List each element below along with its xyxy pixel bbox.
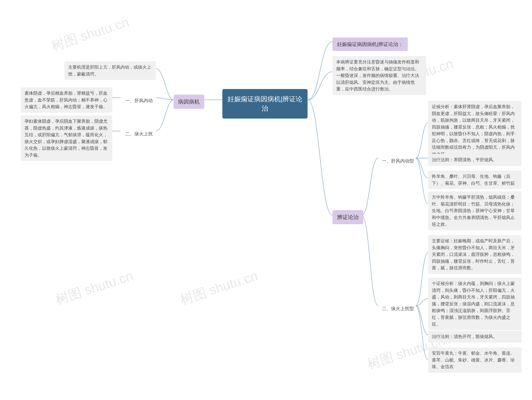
type-2-block-3: 安宫牛黄丸：牛黄、郁金、水牛角、黄连、黄芩、山栀、朱砂、雄黄、冰片、麝香、珍珠、… [428, 347, 522, 373]
type-1-block-0: 证候分析：素体肝肾阴虚，孕后血聚养胎，阴血更虚，肝阳益亢，故头痛眩晕；肝风内动，… [428, 101, 522, 160]
branch-differentiation[interactable]: 辨证论治 [332, 210, 363, 224]
root-node[interactable]: 妊娠痫证病因病机|辨证论治 [222, 89, 308, 119]
type-2-block-1: 十证候分析：痰火内蕴，则胸闷；痰火上蒙清窍，则头痛，昏仆不知人；肝阳偏亢，火盛，… [428, 278, 522, 330]
type-1-block-3: 方中羚羊角、钩藤平肝清热，熄风镇痉；桑叶、菊花清肝明目；竹茹、贝母清热化痰；生地… [428, 191, 522, 230]
type-2-label[interactable]: 二、痰火上扰型 [378, 303, 418, 315]
etiology-intro: 主要机理是肝阳上亢，肝风内动，或痰火上扰，蒙蔽清窍。 [64, 61, 156, 80]
type-2-block-0: 主要证候：妊娠晚期，或临产时及新产后，头痛胸闷，突然昏仆不知人，两目天吊，牙关紧… [428, 235, 522, 274]
type-1-block-2: 羚羊角、桑叶、川贝母、生地、钩藤（后下）、菊花、茯神、白芍、生甘草、鲜竹茹 [428, 171, 522, 189]
branch-etiology[interactable]: 病因病机 [173, 95, 204, 109]
right-header[interactable]: 妊娠痫证病因病机|辨证论治： [332, 38, 408, 51]
etiology-item-1-label[interactable]: 一、肝风内动 [121, 95, 157, 107]
etiology-item-1-text: 素体阴虚，孕后精血养胎，肾精益亏，肝血愈虚，血不荣筋，肝风内动；精不养神，心火偏… [21, 87, 112, 113]
overview-text: 本病辨证要充分注意昏迷与抽搐发作程度和频率，结合兼症和舌脉，确定证型与治法。一般… [332, 56, 426, 95]
watermark: 树图 shutu.cn [178, 267, 260, 309]
type-1-block-1: 治疗法则：养阴清热，平肝熄风。 [428, 154, 522, 166]
watermark: 树图 shutu.cn [53, 267, 135, 309]
watermark: 树图 shutu.cn [49, 13, 131, 55]
etiology-item-2-text: 孕妇素体阴虚，孕后阴血下聚养胎，阴虚尤甚，阴虚热盛，灼其津液，炼液成痰，痰热互结… [21, 116, 112, 161]
type-1-label[interactable]: 一、肝风内动型 [378, 155, 418, 167]
type-2-block-2: 治疗法则：清热开窍，豁痰熄风。 [428, 331, 522, 342]
etiology-item-2-label[interactable]: 二、痰火上扰 [121, 128, 157, 140]
